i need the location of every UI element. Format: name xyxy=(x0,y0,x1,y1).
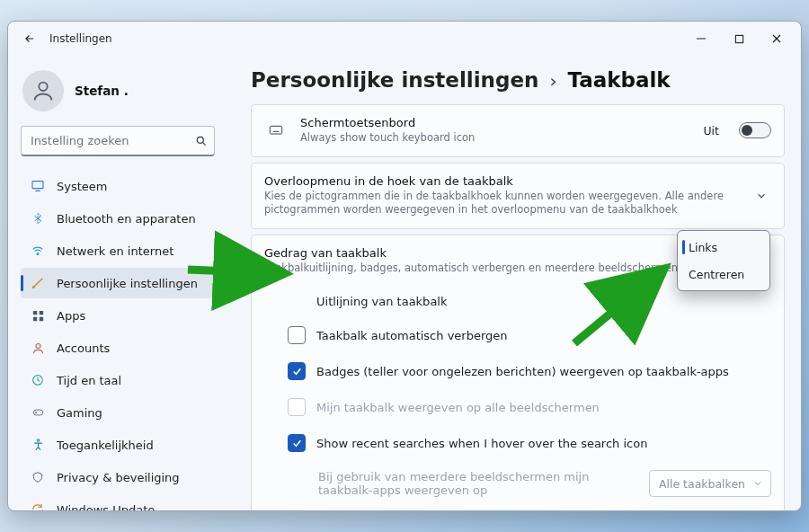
search-box xyxy=(21,126,215,156)
svg-point-9 xyxy=(37,253,39,255)
settings-window: Instellingen Stefan . Systeem Bluetooth … xyxy=(7,21,802,511)
popup-item-center[interactable]: Centreren xyxy=(681,262,766,287)
sidebar-item-label: Bluetooth en apparaten xyxy=(57,212,196,226)
breadcrumb-parent[interactable]: Persoonlijke instellingen xyxy=(251,68,538,92)
close-button[interactable] xyxy=(758,25,796,52)
sidebar-item-netwerk[interactable]: Netwerk en internet xyxy=(21,235,215,266)
globe-clock-icon xyxy=(30,372,46,388)
checkbox-recent-searches[interactable] xyxy=(288,434,306,452)
row-sub: Always show touch keyboard icon xyxy=(300,131,690,146)
sidebar-item-label: Netwerk en internet xyxy=(57,244,173,258)
profile-block[interactable]: Stefan . xyxy=(21,65,215,115)
sidebar-item-toegankelijkheid[interactable]: Toegankelijkheid xyxy=(21,430,215,460)
option-label: Mijn taakbalk weergeven op alle beeldsch… xyxy=(316,401,600,414)
svg-point-15 xyxy=(36,343,40,348)
popup-item-links[interactable]: Links xyxy=(681,235,766,260)
checkbox-badges[interactable] xyxy=(288,362,306,380)
svg-rect-1 xyxy=(735,35,742,42)
sidebar: Stefan . Systeem Bluetooth en apparaten … xyxy=(8,56,224,510)
sidebar-item-label: Apps xyxy=(57,309,85,323)
row-sub: Kies de pictogrammen die in de taakbalkh… xyxy=(264,190,739,217)
close-icon xyxy=(771,33,782,44)
sidebar-item-privacy[interactable]: Privacy & beveiliging xyxy=(21,462,215,492)
back-button[interactable] xyxy=(15,24,44,53)
svg-point-5 xyxy=(197,137,203,143)
user-name: Stefan . xyxy=(75,84,129,98)
row-sub: Taakbalkuitlijning, badges, automatisch … xyxy=(264,262,739,276)
svg-rect-12 xyxy=(39,310,42,314)
sidebar-item-label: Toegankelijkheid xyxy=(57,439,154,452)
option-label: Uitlijning van taakbalk xyxy=(316,295,447,308)
user-icon xyxy=(30,340,46,356)
sidebar-item-persoonlijke[interactable]: Persoonlijke instellingen xyxy=(21,268,215,298)
sidebar-item-label: Tijd en taal xyxy=(57,374,121,387)
sidebar-item-apps[interactable]: Apps xyxy=(21,300,215,331)
chevron-down-icon xyxy=(751,186,771,206)
option-badges[interactable]: Badges (teller voor ongelezen berichten)… xyxy=(252,353,784,389)
sidebar-item-tijd[interactable]: Tijd en taal xyxy=(21,365,215,395)
option-label: Badges (teller voor ongelezen berichten)… xyxy=(316,365,729,378)
shield-icon xyxy=(30,469,46,485)
svg-rect-17 xyxy=(33,410,43,415)
sidebar-item-label: Systeem xyxy=(57,180,107,193)
svg-line-6 xyxy=(202,142,205,145)
popup-item-label: Links xyxy=(689,241,717,254)
row-title: Schermtoetsenbord xyxy=(300,116,690,129)
maximize-icon xyxy=(734,34,744,44)
toggle-touch-keyboard[interactable] xyxy=(739,122,771,138)
option-recent-searches[interactable]: Show recent searches when I hover over t… xyxy=(252,425,784,461)
svg-rect-14 xyxy=(39,316,42,320)
svg-point-4 xyxy=(39,83,47,91)
check-icon xyxy=(291,366,303,377)
checkbox-autohide[interactable] xyxy=(288,326,306,344)
sidebar-item-bluetooth[interactable]: Bluetooth en apparaten xyxy=(21,203,215,234)
svg-point-20 xyxy=(37,439,40,442)
maximize-button[interactable] xyxy=(720,25,758,52)
sidebar-item-label: Windows Update xyxy=(57,503,155,512)
keyboard-icon xyxy=(264,120,288,140)
arrow-left-icon xyxy=(23,32,36,45)
option-multimon: Bij gebruik van meerdere beeldschermen m… xyxy=(252,461,784,506)
accessibility-icon xyxy=(30,437,46,453)
minimize-icon xyxy=(696,33,707,44)
sidebar-item-accounts[interactable]: Accounts xyxy=(21,332,215,363)
row-title: Overloopmenu in de hoek van de taakbalk xyxy=(264,174,739,188)
nav-list: Systeem Bluetooth en apparaten Netwerk e… xyxy=(21,171,215,511)
update-icon xyxy=(30,501,46,511)
dropdown-label: Alle taakbalken xyxy=(659,477,745,491)
monitor-icon xyxy=(30,178,46,194)
title-bar: Instellingen xyxy=(8,22,801,56)
avatar xyxy=(22,70,64,111)
alignment-popup: Links Centreren xyxy=(677,230,770,291)
option-far-corner[interactable]: Select the far corner of the taskbar to … xyxy=(252,506,784,510)
sidebar-item-gaming[interactable]: Gaming xyxy=(21,397,215,428)
dropdown-multimon: Alle taakbalken xyxy=(649,470,771,497)
bluetooth-icon xyxy=(30,210,46,226)
sidebar-item-label: Privacy & beveiliging xyxy=(57,471,180,484)
toggle-state: Uit xyxy=(703,124,719,137)
svg-rect-13 xyxy=(32,316,36,320)
svg-rect-21 xyxy=(270,127,281,135)
svg-rect-7 xyxy=(32,182,43,189)
brush-icon xyxy=(30,275,46,291)
search-input[interactable] xyxy=(21,126,215,156)
chevron-right-icon: › xyxy=(549,70,556,92)
check-icon xyxy=(291,438,303,449)
option-label: Show recent searches when I hover over t… xyxy=(316,437,647,450)
minimize-button[interactable] xyxy=(682,25,720,52)
popup-item-label: Centreren xyxy=(689,268,744,281)
wifi-icon xyxy=(30,243,46,259)
grid-icon xyxy=(30,307,46,324)
option-autohide[interactable]: Taakbalk automatisch verbergen xyxy=(252,317,784,353)
svg-rect-11 xyxy=(32,310,36,314)
window-title: Instellingen xyxy=(49,32,112,45)
row-touch-keyboard[interactable]: Schermtoetsenbord Always show touch keyb… xyxy=(251,104,785,157)
sidebar-item-update[interactable]: Windows Update xyxy=(21,494,215,511)
person-icon xyxy=(31,78,56,103)
sidebar-item-systeem[interactable]: Systeem xyxy=(21,171,215,201)
sidebar-item-label: Gaming xyxy=(57,406,102,420)
page-title: Taakbalk xyxy=(567,68,670,92)
sidebar-item-label: Persoonlijke instellingen xyxy=(57,277,198,290)
svg-point-10 xyxy=(32,286,35,288)
row-overflow-menu[interactable]: Overloopmenu in de hoek van de taakbalk … xyxy=(251,163,785,229)
